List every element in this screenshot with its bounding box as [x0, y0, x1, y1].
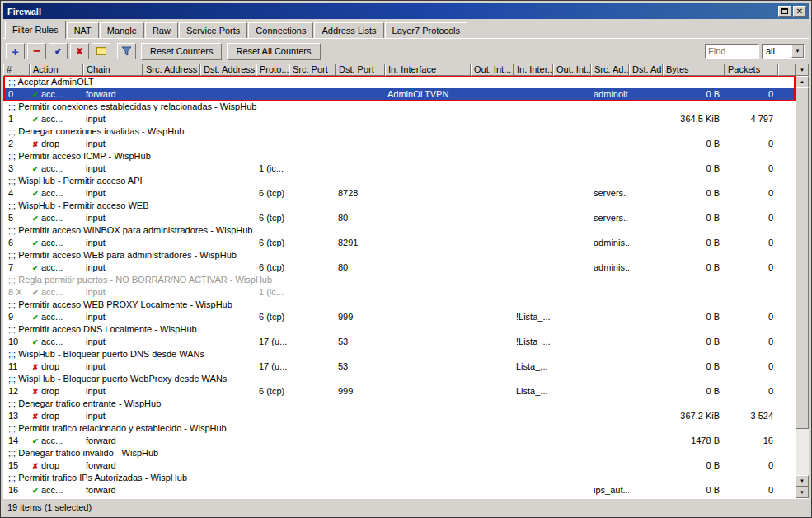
- filter-dropdown[interactable]: all ▼: [762, 44, 805, 59]
- comment-row[interactable]: ;;; Permitir trafico relacionado y estab…: [3, 422, 796, 435]
- cell-dst_list: [629, 360, 663, 373]
- comment-row[interactable]: ;;; Permitir acceso WINBOX para administ…: [3, 224, 796, 237]
- disable-button[interactable]: ✘: [70, 43, 89, 59]
- scroll-to-end-button[interactable]: ▼: [796, 487, 809, 498]
- column-header[interactable]: Action: [30, 64, 83, 76]
- comment-row[interactable]: ;;; Permitir trafico IPs Autorizadas - W…: [3, 472, 796, 484]
- comment-row[interactable]: ;;; WispHub - Permitir acceso WEB: [3, 200, 796, 212]
- column-header[interactable]: Out. Int...: [553, 64, 591, 76]
- cell-dst_address: [200, 88, 256, 101]
- rule-row[interactable]: 9✔acc...input6 (tcp)999!Lista_...0 B0: [3, 311, 796, 323]
- comment-row[interactable]: ;;; Denegar trafico invalido - WispHub: [3, 447, 796, 459]
- cell-action: ✘drop: [30, 459, 83, 472]
- accept-check-icon: ✔: [32, 337, 41, 348]
- cell-out_list: [553, 162, 591, 175]
- column-header[interactable]: In. Inter...: [514, 64, 553, 76]
- rule-row[interactable]: 4✔acc...input6 (tcp)8728servers...0 B0: [3, 187, 796, 200]
- column-header[interactable]: Dst. Address: [200, 64, 256, 76]
- comment-row[interactable]: ;;; WispHub - Bloquear puerto DNS desde …: [3, 348, 796, 360]
- scroll-up-button[interactable]: ▲: [796, 76, 809, 87]
- comment-row[interactable]: ;;; Denegar conexiones invalidas - WispH…: [3, 125, 796, 138]
- cell-src_list: [591, 162, 629, 175]
- scroll-down-button[interactable]: ▼: [796, 475, 809, 487]
- rule-row[interactable]: 1✔acc...input364.5 KiB4 797: [3, 113, 796, 125]
- comment-row[interactable]: ;;; Permitir acceso ICMP - WispHub: [3, 150, 796, 162]
- comment-row[interactable]: ;;; Permitir acceso DNS Localmente - Wis…: [3, 323, 796, 336]
- reset-counters-button[interactable]: Reset Counters: [141, 43, 222, 60]
- add-button[interactable]: +: [6, 43, 25, 59]
- tab-connections[interactable]: Connections: [248, 22, 313, 38]
- rule-row[interactable]: 6✔acc...input6 (tcp)8291adminis...0 B0: [3, 237, 796, 249]
- cell-protocol: [256, 88, 289, 101]
- cell-src_port: [289, 162, 336, 175]
- cell-src_port: [289, 138, 336, 150]
- tab-mangle[interactable]: Mangle: [100, 22, 144, 38]
- comment-row[interactable]: ;;; Permitir conexiones establecidas y r…: [3, 101, 796, 113]
- reset-all-counters-button[interactable]: Reset All Counters: [227, 43, 320, 60]
- cell-src_list: [591, 286, 629, 299]
- cell-dst_list: [629, 336, 663, 348]
- tab-service-ports[interactable]: Service Ports: [179, 22, 247, 38]
- comment-row[interactable]: ;;; Regla permitir puertos - NO BORRAR/N…: [3, 274, 796, 286]
- enable-button[interactable]: ✔: [49, 43, 68, 59]
- column-header[interactable]: Src. Ad...: [591, 64, 629, 76]
- scrollbar-track[interactable]: [796, 87, 809, 475]
- column-header[interactable]: #: [3, 64, 30, 76]
- cell-out_list: [553, 237, 591, 249]
- accept-check-icon: ✔: [32, 312, 41, 323]
- comment-button[interactable]: [92, 43, 110, 59]
- rule-row[interactable]: 14✔acc...forward1478 B16: [3, 435, 796, 447]
- rule-row[interactable]: 3✔acc...input1 (ic...0 B0: [3, 162, 796, 175]
- cell-dst_address: [200, 138, 256, 150]
- rule-row[interactable]: 15✘dropforward0 B0: [3, 459, 796, 472]
- tab-filter-rules[interactable]: Filter Rules: [5, 21, 66, 39]
- cell-src_list: servers...: [591, 212, 629, 224]
- cell-packets: 0: [725, 385, 778, 398]
- close-button[interactable]: ✕: [793, 6, 806, 17]
- cell-out_list: [553, 311, 591, 323]
- tab-nat[interactable]: NAT: [67, 22, 99, 38]
- filter-button[interactable]: [117, 43, 136, 59]
- rule-row[interactable]: 5✔acc...input6 (tcp)80servers...0 B0: [3, 212, 796, 224]
- rule-row[interactable]: 12✘dropinput6 (tcp)999Lista_...0 B0: [3, 385, 796, 398]
- column-menu-button[interactable]: ▼: [796, 64, 809, 76]
- column-header[interactable]: Src. Address: [143, 64, 200, 76]
- comment-row[interactable]: ;;; Aceptar AdminOLT: [3, 76, 796, 88]
- maximize-button[interactable]: [778, 6, 791, 17]
- rule-row[interactable]: 13✘dropinput367.2 KiB3 524: [3, 410, 796, 422]
- comment-text: ;;; Permitir acceso ICMP - WispHub: [3, 150, 796, 162]
- comment-row[interactable]: ;;; Denegar trafico entrante - WispHub: [3, 398, 796, 410]
- tab-raw[interactable]: Raw: [145, 22, 178, 38]
- column-header[interactable]: Chain: [83, 64, 143, 76]
- column-header[interactable]: Out. Int...: [471, 64, 514, 76]
- rule-row[interactable]: 7✔acc...input6 (tcp)80adminis...0 B0: [3, 261, 796, 274]
- column-header[interactable]: Dst. Port: [336, 64, 385, 76]
- column-header[interactable]: Proto...: [256, 64, 289, 76]
- column-header[interactable]: Bytes: [663, 64, 725, 76]
- find-input[interactable]: [705, 44, 759, 59]
- cell-action: ✘drop: [30, 138, 83, 150]
- rule-row[interactable]: 0✔acc...forwardAdminOLTVPNadminolt0 B0: [3, 88, 796, 101]
- column-header[interactable]: Src. Port: [289, 64, 336, 76]
- cell-src_list: [591, 435, 629, 447]
- rule-row[interactable]: 8 X✔acc...input1 (ic...: [3, 286, 796, 299]
- cell-dst_port: 8728: [336, 187, 385, 200]
- cell-dst_port: 999: [336, 311, 385, 323]
- rule-row[interactable]: 2✘dropinput0 B0: [3, 138, 796, 150]
- column-header[interactable]: Packets: [725, 64, 778, 76]
- rule-row[interactable]: 11✘dropinput17 (u...53Lista_...0 B0: [3, 360, 796, 373]
- comment-row[interactable]: ;;; Permitir acceso WEB PROXY Localmente…: [3, 299, 796, 311]
- comment-row[interactable]: ;;; WispHub - Bloquear puerto WebProxy d…: [3, 373, 796, 385]
- comment-row[interactable]: ;;; Permitir acceso WEB para administrad…: [3, 249, 796, 261]
- rule-row[interactable]: 10✔acc...input17 (u...53!Lista_...0 B0: [3, 336, 796, 348]
- column-header[interactable]: Dst. Ad...: [629, 64, 663, 76]
- rule-row[interactable]: 16✔acc...forwardips_aut...0 B0: [3, 484, 796, 497]
- remove-button[interactable]: −: [27, 43, 46, 59]
- comment-row[interactable]: ;;; WispHub - Permitir acceso API: [3, 175, 796, 187]
- column-header[interactable]: In. Interface: [385, 64, 471, 76]
- tab-address-lists[interactable]: Address Lists: [314, 22, 383, 38]
- cell-packets: 0: [725, 237, 778, 249]
- scrollbar-thumb[interactable]: [796, 87, 809, 429]
- chevron-down-icon: ▼: [800, 490, 805, 495]
- tab-layer7-protocols[interactable]: Layer7 Protocols: [385, 22, 468, 38]
